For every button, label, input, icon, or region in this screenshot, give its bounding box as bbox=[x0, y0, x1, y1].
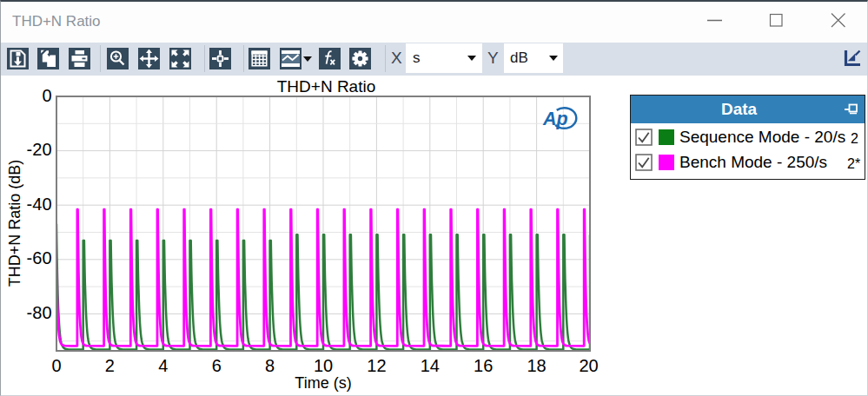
svg-text:20: 20 bbox=[579, 356, 598, 375]
svg-text:-20: -20 bbox=[27, 140, 52, 159]
svg-text:2: 2 bbox=[105, 356, 115, 375]
svg-text:12: 12 bbox=[367, 356, 386, 375]
svg-text:8: 8 bbox=[265, 356, 275, 375]
svg-text:4: 4 bbox=[158, 356, 168, 375]
svg-text:-60: -60 bbox=[27, 248, 52, 267]
svg-text:18: 18 bbox=[527, 356, 546, 375]
svg-text:THD+N Ratio: THD+N Ratio bbox=[277, 77, 376, 96]
svg-text:6: 6 bbox=[212, 356, 222, 375]
svg-text:14: 14 bbox=[421, 356, 440, 375]
svg-text:16: 16 bbox=[474, 356, 493, 375]
svg-text:Time (s): Time (s) bbox=[295, 374, 351, 392]
svg-text:-40: -40 bbox=[27, 195, 52, 214]
svg-text:THD+N Ratio (dB): THD+N Ratio (dB) bbox=[6, 160, 23, 287]
svg-text:10: 10 bbox=[314, 356, 333, 375]
svg-text:0: 0 bbox=[51, 356, 61, 375]
svg-text:0: 0 bbox=[42, 86, 51, 105]
svg-text:-80: -80 bbox=[27, 303, 52, 322]
